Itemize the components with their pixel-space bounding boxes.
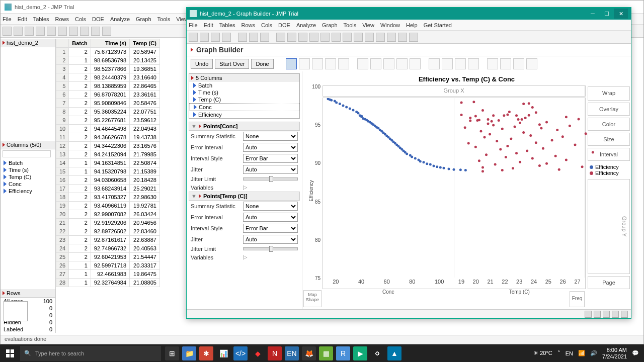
toolbar-btn[interactable] bbox=[332, 33, 341, 42]
weather-widget[interactable]: ☀ 20°C bbox=[533, 350, 552, 356]
toolbar-btn[interactable] bbox=[249, 33, 258, 42]
menu-doe[interactable]: DOE bbox=[278, 22, 290, 28]
freq-zone[interactable]: Freq bbox=[570, 291, 585, 307]
menu-doe[interactable]: DOE bbox=[92, 16, 104, 22]
parallel-icon[interactable] bbox=[526, 58, 537, 69]
column-item[interactable]: Conc bbox=[189, 103, 299, 111]
notifications-icon[interactable]: 💬 bbox=[632, 350, 639, 356]
toolbar-btn[interactable] bbox=[47, 27, 56, 36]
toolbar-btn[interactable] bbox=[343, 33, 352, 42]
toolbar-btn[interactable] bbox=[398, 33, 407, 42]
menu-file[interactable]: File bbox=[189, 22, 198, 28]
plot-panel-conc[interactable]: 20406080100 Conc bbox=[323, 98, 454, 278]
box-icon[interactable] bbox=[396, 58, 408, 69]
error-select[interactable]: Auto bbox=[243, 213, 298, 222]
toolbar-btn[interactable] bbox=[58, 27, 67, 36]
plot-panel-temp[interactable]: 192021222324252627 Temp (C) bbox=[454, 98, 586, 278]
page-zone[interactable]: Page bbox=[588, 276, 630, 289]
windows-taskbar[interactable]: 🔍 Type here to search ⊞ 📁 ✱ 📊 </> ◆ N EN… bbox=[0, 344, 644, 362]
column-search[interactable] bbox=[3, 150, 51, 157]
toolbar-btn[interactable] bbox=[409, 33, 418, 42]
menu-graph[interactable]: Graph bbox=[322, 22, 338, 28]
plot-area[interactable]: 20406080100 Conc 192021222324252627 Temp… bbox=[323, 98, 586, 289]
column-item[interactable]: Batch bbox=[1, 159, 55, 166]
toolbar-btn[interactable] bbox=[376, 33, 385, 42]
caption-icon[interactable] bbox=[487, 58, 498, 69]
explorer-icon[interactable]: 📁 bbox=[182, 346, 196, 360]
task-view-icon[interactable]: ⊞ bbox=[165, 346, 179, 360]
menubar-front[interactable]: FileEditTablesRowsColsDOEAnalyzeGraphToo… bbox=[187, 20, 631, 31]
toolbar-btn[interactable] bbox=[287, 33, 296, 42]
toolbar-btn[interactable] bbox=[276, 33, 285, 42]
app-icon[interactable]: ▶ bbox=[353, 346, 367, 360]
toolbar-btn[interactable] bbox=[211, 33, 220, 42]
menu-rows[interactable]: Rows bbox=[242, 22, 256, 28]
taskbar-search[interactable]: 🔍 Type here to search bbox=[20, 346, 161, 361]
menu-analyze[interactable]: Analyze bbox=[110, 16, 130, 22]
toolbar-btn[interactable] bbox=[69, 27, 78, 36]
disclosure-icon[interactable] bbox=[191, 48, 193, 52]
jitter-slider[interactable] bbox=[243, 247, 298, 250]
column-item[interactable]: Efficiency bbox=[1, 188, 55, 195]
toolbar-btn[interactable] bbox=[200, 33, 209, 42]
grid-icon[interactable] bbox=[603, 311, 610, 318]
toolbar-btn[interactable] bbox=[354, 33, 363, 42]
contour-icon[interactable] bbox=[338, 58, 349, 69]
disclosure-icon[interactable] bbox=[3, 291, 5, 295]
jmp-icon[interactable]: ▲ bbox=[387, 346, 401, 360]
area-icon[interactable] bbox=[383, 58, 394, 69]
menu-window[interactable]: Window bbox=[380, 22, 400, 28]
app-icon[interactable]: N bbox=[268, 346, 282, 360]
toolbar-btn[interactable] bbox=[260, 33, 269, 42]
app-icon[interactable]: ◆ bbox=[251, 346, 265, 360]
toolbar-btn[interactable] bbox=[238, 33, 247, 42]
toolbar-btn[interactable] bbox=[102, 27, 111, 36]
source-header[interactable]: hist_demo_2 bbox=[1, 39, 55, 47]
dropdown-icon[interactable] bbox=[621, 311, 628, 318]
undo-button[interactable]: Undo bbox=[191, 59, 213, 69]
style-select[interactable]: Error Bar bbox=[243, 224, 298, 233]
rstudio-icon[interactable]: R bbox=[336, 346, 350, 360]
disclosure-icon[interactable] bbox=[191, 76, 194, 80]
toolbar-btn[interactable] bbox=[14, 27, 23, 36]
maximize-button[interactable]: ☐ bbox=[600, 9, 614, 19]
pie-icon[interactable] bbox=[442, 58, 453, 69]
jitter-select[interactable]: Auto bbox=[243, 165, 298, 174]
column-item[interactable]: Efficiency bbox=[189, 111, 299, 118]
group-y-zone[interactable]: Group Y bbox=[588, 179, 630, 274]
treemap-icon[interactable] bbox=[455, 58, 466, 69]
menu-view[interactable]: View bbox=[362, 22, 374, 28]
minimize-button[interactable]: ─ bbox=[586, 9, 600, 19]
thumbnail-preview[interactable] bbox=[4, 301, 28, 321]
toolbar-btn[interactable] bbox=[189, 33, 198, 42]
toolbar-btn[interactable] bbox=[3, 27, 12, 36]
menu-tables[interactable]: Tables bbox=[33, 16, 49, 22]
points-icon[interactable] bbox=[286, 58, 297, 69]
toolbar-front[interactable] bbox=[187, 31, 631, 44]
disclosure-icon[interactable] bbox=[3, 41, 5, 45]
app-icon[interactable]: 📊 bbox=[216, 346, 230, 360]
smoother-icon[interactable] bbox=[299, 58, 310, 69]
line-icon[interactable] bbox=[312, 58, 323, 69]
app-icon[interactable]: ▦ bbox=[319, 346, 333, 360]
column-item[interactable]: Batch bbox=[189, 82, 299, 89]
app-icon[interactable]: ✱ bbox=[199, 346, 213, 360]
menu-graph[interactable]: Graph bbox=[136, 16, 151, 22]
info-icon[interactable] bbox=[585, 311, 592, 318]
map-shape-zone[interactable]: Map Shape bbox=[303, 290, 321, 307]
mosaic-icon[interactable] bbox=[468, 58, 479, 69]
rows-header[interactable]: Rows bbox=[1, 289, 55, 298]
columns-header[interactable]: Columns (5/0) bbox=[1, 141, 55, 149]
hist-icon[interactable] bbox=[410, 58, 421, 69]
variables-expand-icon[interactable]: ▷ bbox=[243, 184, 247, 191]
obs-icon[interactable]: ⭘ bbox=[370, 346, 384, 360]
menu-tools[interactable]: Tools bbox=[344, 22, 357, 28]
toolbar-btn[interactable] bbox=[365, 33, 374, 42]
menu-tools[interactable]: Tools bbox=[157, 16, 171, 22]
column-item[interactable]: Time (s) bbox=[1, 166, 55, 173]
wifi-icon[interactable]: 📶 bbox=[578, 350, 585, 356]
menu-get-started[interactable]: Get Started bbox=[424, 22, 452, 28]
column-item[interactable]: Conc bbox=[1, 180, 55, 188]
menu-file[interactable]: File bbox=[3, 16, 12, 22]
app-icon[interactable]: EN bbox=[285, 346, 299, 360]
